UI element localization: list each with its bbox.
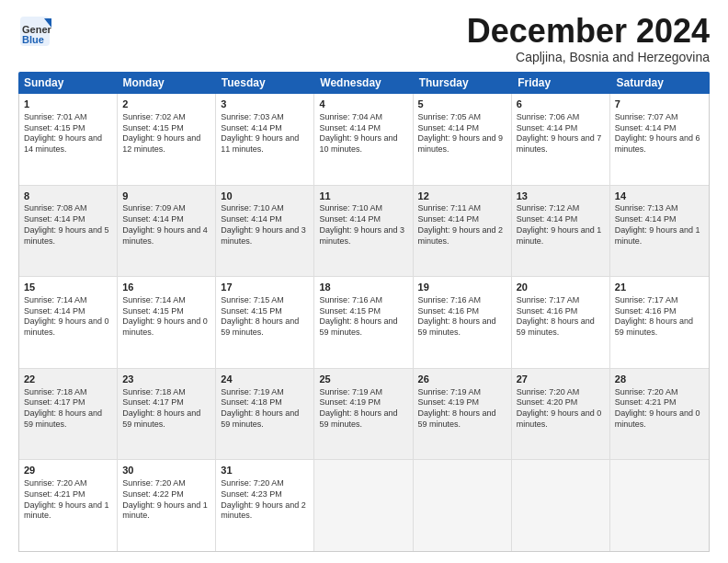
calendar-cell: 23Sunrise: 7:18 AM Sunset: 4:17 PM Dayli…: [118, 369, 216, 460]
month-title: December 2024: [467, 15, 710, 48]
day-number: 8: [24, 190, 112, 203]
day-number: 18: [319, 281, 407, 294]
day-number: 14: [615, 190, 704, 203]
calendar-cell: 2Sunrise: 7:02 AM Sunset: 4:15 PM Daylig…: [118, 94, 216, 185]
calendar-row-4: 22Sunrise: 7:18 AM Sunset: 4:17 PM Dayli…: [19, 369, 709, 461]
cell-info: Sunrise: 7:10 AM Sunset: 4:14 PM Dayligh…: [319, 203, 407, 247]
day-number: 20: [517, 281, 605, 294]
header-day-tuesday: Tuesday: [216, 72, 314, 94]
calendar-cell: 4Sunrise: 7:04 AM Sunset: 4:14 PM Daylig…: [314, 94, 413, 185]
svg-text:Blue: Blue: [22, 34, 44, 45]
cell-info: Sunrise: 7:18 AM Sunset: 4:17 PM Dayligh…: [24, 387, 112, 431]
cell-info: Sunrise: 7:06 AM Sunset: 4:14 PM Dayligh…: [517, 112, 605, 155]
cell-info: Sunrise: 7:20 AM Sunset: 4:23 PM Dayligh…: [221, 478, 309, 522]
cell-info: Sunrise: 7:12 AM Sunset: 4:14 PM Dayligh…: [517, 203, 605, 247]
day-number: 2: [122, 98, 210, 111]
cell-info: Sunrise: 7:11 AM Sunset: 4:14 PM Dayligh…: [418, 203, 506, 247]
calendar-cell: 24Sunrise: 7:19 AM Sunset: 4:18 PM Dayli…: [216, 369, 314, 460]
day-number: 4: [319, 98, 407, 111]
calendar-cell: 30Sunrise: 7:20 AM Sunset: 4:22 PM Dayli…: [118, 460, 216, 551]
cell-info: Sunrise: 7:20 AM Sunset: 4:22 PM Dayligh…: [122, 478, 210, 522]
day-number: 19: [418, 281, 506, 294]
calendar-cell: 1Sunrise: 7:01 AM Sunset: 4:15 PM Daylig…: [19, 94, 118, 185]
calendar-cell: 17Sunrise: 7:15 AM Sunset: 4:15 PM Dayli…: [216, 277, 314, 368]
cell-info: Sunrise: 7:09 AM Sunset: 4:14 PM Dayligh…: [122, 203, 210, 247]
calendar-cell: 10Sunrise: 7:10 AM Sunset: 4:14 PM Dayli…: [216, 186, 314, 277]
calendar-cell: 19Sunrise: 7:16 AM Sunset: 4:16 PM Dayli…: [414, 277, 512, 368]
logo-icon: General Blue: [18, 15, 51, 48]
calendar-cell: 25Sunrise: 7:19 AM Sunset: 4:19 PM Dayli…: [314, 369, 413, 460]
day-number: 13: [517, 190, 605, 203]
day-number: 7: [615, 98, 704, 111]
cell-info: Sunrise: 7:08 AM Sunset: 4:14 PM Dayligh…: [24, 203, 112, 247]
calendar-cell: 6Sunrise: 7:06 AM Sunset: 4:14 PM Daylig…: [512, 94, 610, 185]
calendar: SundayMondayTuesdayWednesdayThursdayFrid…: [18, 72, 710, 552]
day-number: 28: [615, 373, 704, 386]
header: General Blue December 2024 Capljina, Bos…: [18, 15, 710, 64]
logo: General Blue: [18, 15, 51, 48]
day-number: 3: [221, 98, 309, 111]
calendar-cell: [610, 460, 709, 551]
cell-info: Sunrise: 7:19 AM Sunset: 4:18 PM Dayligh…: [221, 387, 309, 431]
header-day-monday: Monday: [117, 72, 215, 94]
day-number: 5: [418, 98, 506, 111]
calendar-cell: 5Sunrise: 7:05 AM Sunset: 4:14 PM Daylig…: [414, 94, 512, 185]
location: Capljina, Bosnia and Herzegovina: [467, 50, 710, 64]
calendar-cell: 27Sunrise: 7:20 AM Sunset: 4:20 PM Dayli…: [512, 369, 610, 460]
cell-info: Sunrise: 7:13 AM Sunset: 4:14 PM Dayligh…: [615, 203, 704, 247]
page: General Blue December 2024 Capljina, Bos…: [0, 0, 728, 563]
header-day-saturday: Saturday: [611, 72, 710, 94]
calendar-row-5: 29Sunrise: 7:20 AM Sunset: 4:21 PM Dayli…: [19, 460, 709, 551]
header-day-thursday: Thursday: [414, 72, 512, 94]
calendar-row-1: 1Sunrise: 7:01 AM Sunset: 4:15 PM Daylig…: [19, 94, 709, 186]
day-number: 12: [418, 190, 506, 203]
calendar-cell: 29Sunrise: 7:20 AM Sunset: 4:21 PM Dayli…: [19, 460, 118, 551]
cell-info: Sunrise: 7:20 AM Sunset: 4:21 PM Dayligh…: [24, 478, 112, 522]
day-number: 11: [319, 190, 407, 203]
cell-info: Sunrise: 7:04 AM Sunset: 4:14 PM Dayligh…: [319, 112, 407, 155]
calendar-cell: 18Sunrise: 7:16 AM Sunset: 4:15 PM Dayli…: [314, 277, 413, 368]
cell-info: Sunrise: 7:10 AM Sunset: 4:14 PM Dayligh…: [221, 203, 309, 247]
calendar-row-2: 8Sunrise: 7:08 AM Sunset: 4:14 PM Daylig…: [19, 186, 709, 278]
calendar-cell: 8Sunrise: 7:08 AM Sunset: 4:14 PM Daylig…: [19, 186, 118, 277]
cell-info: Sunrise: 7:07 AM Sunset: 4:14 PM Dayligh…: [615, 112, 704, 155]
calendar-header: SundayMondayTuesdayWednesdayThursdayFrid…: [18, 72, 710, 94]
cell-info: Sunrise: 7:15 AM Sunset: 4:15 PM Dayligh…: [221, 295, 309, 339]
day-number: 30: [122, 464, 210, 477]
cell-info: Sunrise: 7:16 AM Sunset: 4:16 PM Dayligh…: [418, 295, 506, 339]
cell-info: Sunrise: 7:03 AM Sunset: 4:14 PM Dayligh…: [221, 112, 309, 155]
calendar-cell: 26Sunrise: 7:19 AM Sunset: 4:19 PM Dayli…: [414, 369, 512, 460]
cell-info: Sunrise: 7:20 AM Sunset: 4:21 PM Dayligh…: [615, 387, 704, 431]
cell-info: Sunrise: 7:01 AM Sunset: 4:15 PM Dayligh…: [24, 112, 112, 155]
calendar-cell: 11Sunrise: 7:10 AM Sunset: 4:14 PM Dayli…: [314, 186, 413, 277]
day-number: 29: [24, 464, 112, 477]
cell-info: Sunrise: 7:19 AM Sunset: 4:19 PM Dayligh…: [418, 387, 506, 431]
day-number: 16: [122, 281, 210, 294]
calendar-cell: 15Sunrise: 7:14 AM Sunset: 4:14 PM Dayli…: [19, 277, 118, 368]
calendar-body: 1Sunrise: 7:01 AM Sunset: 4:15 PM Daylig…: [18, 94, 710, 552]
day-number: 15: [24, 281, 112, 294]
day-number: 1: [24, 98, 112, 111]
cell-info: Sunrise: 7:14 AM Sunset: 4:14 PM Dayligh…: [24, 295, 112, 339]
calendar-cell: 21Sunrise: 7:17 AM Sunset: 4:16 PM Dayli…: [610, 277, 709, 368]
calendar-cell: 9Sunrise: 7:09 AM Sunset: 4:14 PM Daylig…: [118, 186, 216, 277]
cell-info: Sunrise: 7:17 AM Sunset: 4:16 PM Dayligh…: [615, 295, 704, 339]
calendar-cell: 16Sunrise: 7:14 AM Sunset: 4:15 PM Dayli…: [118, 277, 216, 368]
cell-info: Sunrise: 7:17 AM Sunset: 4:16 PM Dayligh…: [517, 295, 605, 339]
calendar-cell: 14Sunrise: 7:13 AM Sunset: 4:14 PM Dayli…: [610, 186, 709, 277]
day-number: 26: [418, 373, 506, 386]
calendar-cell: [414, 460, 512, 551]
day-number: 31: [221, 464, 309, 477]
day-number: 17: [221, 281, 309, 294]
cell-info: Sunrise: 7:18 AM Sunset: 4:17 PM Dayligh…: [122, 387, 210, 431]
cell-info: Sunrise: 7:20 AM Sunset: 4:20 PM Dayligh…: [517, 387, 605, 431]
header-day-friday: Friday: [512, 72, 610, 94]
day-number: 22: [24, 373, 112, 386]
calendar-cell: 22Sunrise: 7:18 AM Sunset: 4:17 PM Dayli…: [19, 369, 118, 460]
cell-info: Sunrise: 7:16 AM Sunset: 4:15 PM Dayligh…: [319, 295, 407, 339]
calendar-cell: 28Sunrise: 7:20 AM Sunset: 4:21 PM Dayli…: [610, 369, 709, 460]
calendar-cell: 20Sunrise: 7:17 AM Sunset: 4:16 PM Dayli…: [512, 277, 610, 368]
cell-info: Sunrise: 7:19 AM Sunset: 4:19 PM Dayligh…: [319, 387, 407, 431]
cell-info: Sunrise: 7:14 AM Sunset: 4:15 PM Dayligh…: [122, 295, 210, 339]
calendar-cell: [512, 460, 610, 551]
